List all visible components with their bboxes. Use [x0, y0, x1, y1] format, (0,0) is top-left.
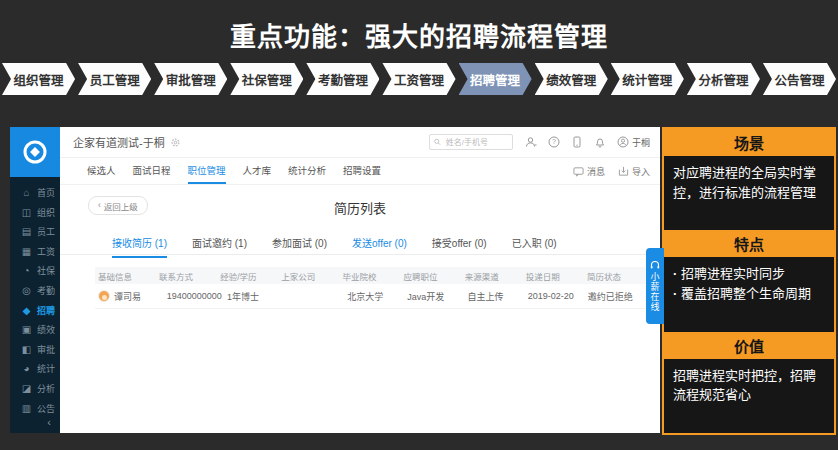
section-value-body: 招聘进程实时把控，招聘流程规范省心	[664, 359, 834, 433]
step-performance-mgmt[interactable]: 绩效管理	[535, 63, 608, 95]
sidebar-item-label: 审批	[37, 343, 55, 356]
cell-candidate: 谭司易	[95, 290, 164, 303]
recruit-icon: ◆	[21, 305, 32, 316]
company-title: 企家有道测试-于桐	[73, 134, 165, 150]
nav-actions: 消息 导入	[573, 158, 650, 184]
column-header: 应聘职位	[401, 270, 462, 282]
sidebar-item-performance[interactable]: ▣绩效	[10, 323, 60, 336]
info-panel: 场景 对应聘进程的全局实时掌控，进行标准的流程管理 特点 招聘进程实时同步 覆盖…	[662, 127, 836, 435]
attendance-icon: ◎	[21, 285, 32, 296]
mobile-icon[interactable]	[571, 136, 583, 148]
step-analysis-mgmt[interactable]: 分析管理	[687, 63, 760, 95]
candidate-name: 谭司易	[114, 290, 141, 303]
stats-icon: ◕	[21, 363, 32, 374]
sidebar-item-employee[interactable]: ▤员工	[10, 225, 60, 238]
logo-icon	[22, 139, 48, 165]
tab-candidates[interactable]: 候选人	[87, 158, 116, 184]
step-stats-mgmt[interactable]: 统计管理	[611, 63, 684, 95]
module-step-bar: 组织管理 员工管理 审批管理 社保管理 考勤管理 工资管理 招聘管理 绩效管理 …	[2, 63, 836, 95]
message-button[interactable]: 消息	[573, 165, 605, 178]
sidebar-item-label: 首页	[37, 186, 55, 199]
sidebar-item-label: 工资	[37, 245, 55, 258]
headset-icon	[650, 261, 660, 270]
add-person-icon[interactable]	[525, 136, 537, 148]
resume-list-panel: ‹ 返回上级 简历列表 接收简历 (1) 面试邀约 (1) 参加面试 (0) 发…	[60, 185, 660, 433]
search-box	[429, 134, 513, 150]
section-scenario-title: 场景	[664, 129, 834, 156]
sidebar-item-label: 考勤	[37, 284, 55, 297]
salary-icon: ▦	[21, 246, 32, 257]
tab-recruit-settings[interactable]: 招聘设置	[343, 158, 381, 184]
help-icon[interactable]: ?	[548, 136, 560, 148]
sidebar-item-label: 组织	[37, 206, 55, 219]
sidebar-item-analysis[interactable]: ◪分析	[10, 382, 60, 395]
home-icon: ⌂	[21, 187, 32, 198]
search-icon	[434, 138, 441, 146]
list-title: 简历列表	[60, 198, 660, 217]
app-nav: 候选人 面试日程 职位管理 人才库 统计分析 招聘设置 消息 导入	[60, 158, 660, 185]
user-name: 于桐	[632, 136, 650, 149]
table-row[interactable]: 谭司易 19400000000 1年博士 北京大学 Java开发 自主上传 20…	[95, 284, 645, 309]
online-service-tab[interactable]: 小薪在线	[646, 248, 664, 324]
tab-stats-analysis[interactable]: 统计分析	[288, 158, 326, 184]
sidebar-item-attendance[interactable]: ◎考勤	[10, 284, 60, 297]
step-org-mgmt[interactable]: 组织管理	[2, 63, 75, 95]
social-security-icon: ◔	[21, 265, 32, 276]
cell-source: 自主上传	[465, 290, 525, 303]
tab-interview-schedule[interactable]: 面试日程	[133, 158, 171, 184]
section-value-title: 价值	[664, 332, 834, 359]
performance-icon: ▣	[21, 324, 32, 335]
table-header-row: 基础信息 联系方式 经验/学历 上家公司 毕业院校 应聘职位 来源渠道 投递日期…	[95, 267, 645, 284]
user-chip[interactable]: 于桐	[617, 136, 650, 149]
column-header: 基础信息	[95, 270, 156, 282]
sidebar-item-recruit[interactable]: ◆招聘	[10, 304, 60, 317]
step-announcement-mgmt[interactable]: 公告管理	[763, 63, 836, 95]
sidebar-item-salary[interactable]: ▦工资	[10, 245, 60, 258]
app-window: ⌂首页 ◫组织 ▤员工 ▦工资 ◔社保 ◎考勤 ◆招聘 ▣绩效 ◧审批 ◕统计 …	[10, 127, 660, 433]
sidebar-item-label: 社保	[37, 264, 55, 277]
avatar-icon	[617, 136, 629, 148]
sidebar-item-approval[interactable]: ◧审批	[10, 343, 60, 356]
step-approval-mgmt[interactable]: 审批管理	[154, 63, 227, 95]
feature-bullet: 招聘进程实时同步	[673, 264, 825, 284]
sidebar-item-stats[interactable]: ◕统计	[10, 362, 60, 375]
step-salary-mgmt[interactable]: 工资管理	[382, 63, 455, 95]
candidate-avatar	[98, 290, 110, 302]
column-header: 毕业院校	[339, 270, 400, 282]
online-service-label: 小薪在线	[649, 272, 662, 312]
cell-date: 2019-02-20	[525, 291, 585, 301]
feature-bullet: 覆盖招聘整个生命周期	[673, 284, 825, 304]
column-header: 经验/学历	[217, 270, 278, 282]
sidebar-item-home[interactable]: ⌂首页	[10, 186, 60, 199]
cell-school: 北京大学	[344, 290, 404, 303]
app-sidebar: ⌂首页 ◫组织 ▤员工 ▦工资 ◔社保 ◎考勤 ◆招聘 ▣绩效 ◧审批 ◕统计 …	[10, 177, 60, 433]
bell-icon[interactable]	[594, 136, 606, 148]
org-icon: ◫	[21, 207, 32, 218]
column-header: 来源渠道	[462, 270, 523, 282]
announcement-icon: ▥	[21, 403, 32, 414]
page-title: 重点功能：强大的招聘流程管理	[0, 16, 838, 53]
step-attendance-mgmt[interactable]: 考勤管理	[306, 63, 379, 95]
cell-experience: 1年博士	[224, 290, 284, 303]
sidebar-item-social-security[interactable]: ◔社保	[10, 264, 60, 277]
resume-table: 基础信息 联系方式 经验/学历 上家公司 毕业院校 应聘职位 来源渠道 投递日期…	[95, 267, 645, 309]
gear-icon[interactable]	[170, 137, 181, 148]
message-label: 消息	[587, 165, 605, 178]
step-recruit-mgmt[interactable]: 招聘管理	[459, 63, 532, 95]
tab-position-mgmt[interactable]: 职位管理	[188, 158, 226, 184]
import-button[interactable]: 导入	[618, 165, 650, 178]
search-input[interactable]	[444, 137, 508, 148]
sidebar-item-org[interactable]: ◫组织	[10, 206, 60, 219]
step-employee-mgmt[interactable]: 员工管理	[78, 63, 151, 95]
sidebar-item-announcement[interactable]: ▥公告	[10, 402, 60, 415]
app-logo	[10, 127, 60, 177]
column-header: 简历状态	[584, 270, 645, 282]
sidebar-collapse-icon[interactable]: ‹	[47, 416, 51, 428]
column-header: 联系方式	[156, 270, 217, 282]
cell-phone: 19400000000	[164, 291, 224, 301]
section-features-body: 招聘进程实时同步 覆盖招聘整个生命周期	[664, 257, 834, 331]
tab-talent-pool[interactable]: 人才库	[243, 158, 272, 184]
svg-text:?: ?	[552, 138, 556, 145]
step-social-mgmt[interactable]: 社保管理	[230, 63, 303, 95]
app-header: 企家有道测试-于桐 ? 于桐	[60, 127, 660, 158]
